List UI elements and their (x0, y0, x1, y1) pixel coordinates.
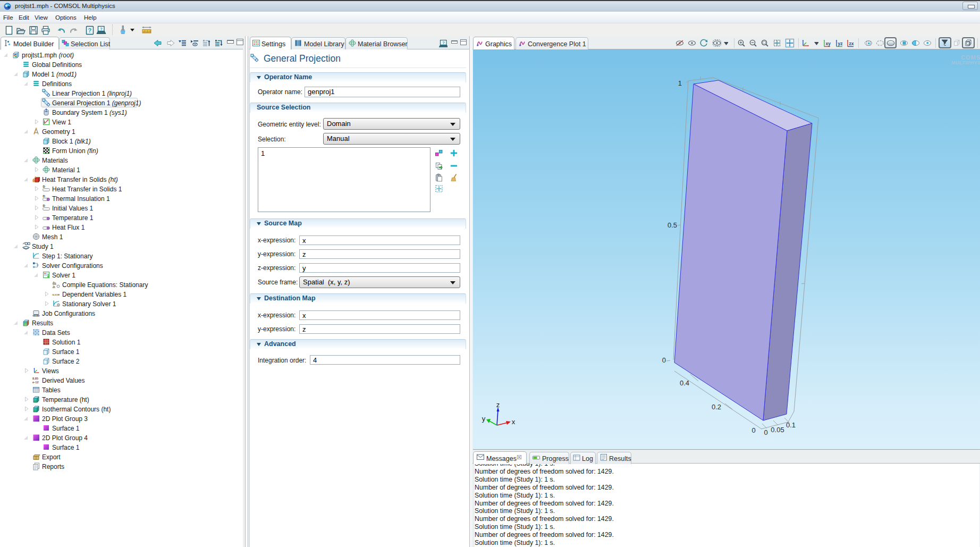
svg-text:8.85: 8.85 (32, 377, 39, 380)
svg-text:∂u: ∂u (53, 281, 56, 284)
svg-text:∂t: ∂t (53, 285, 55, 289)
svg-text:0.05: 0.05 (771, 426, 784, 434)
svg-text:0: 0 (662, 356, 666, 364)
svg-text:0.1: 0.1 (786, 421, 796, 429)
svg-text:?: ? (100, 27, 103, 31)
svg-text:1: 1 (678, 79, 682, 87)
svg-text:yz: yz (838, 41, 843, 46)
svg-text:x: x (512, 418, 516, 426)
svg-text:?: ? (442, 40, 445, 45)
svg-text:y: y (482, 415, 486, 423)
svg-text:0.5: 0.5 (668, 221, 677, 229)
svg-text:zx: zx (849, 41, 854, 46)
svg-text:D: D (43, 195, 46, 198)
svg-text:u,v,w: u,v,w (53, 293, 60, 296)
svg-text:0: 0 (751, 426, 755, 434)
svg-text:D: D (43, 204, 46, 207)
svg-text:z: z (496, 401, 500, 409)
svg-text:e-12: e-12 (32, 381, 39, 384)
svg-text:0: 0 (764, 428, 767, 436)
svg-text:D: D (43, 185, 46, 188)
svg-text:xy: xy (826, 41, 831, 46)
svg-text:0.2: 0.2 (712, 403, 721, 411)
svg-text:?: ? (88, 27, 92, 33)
svg-text:0.4: 0.4 (680, 379, 689, 387)
